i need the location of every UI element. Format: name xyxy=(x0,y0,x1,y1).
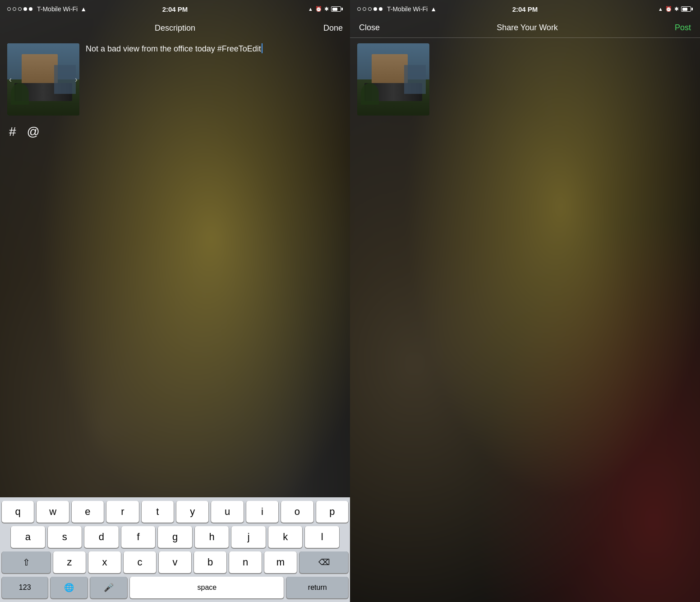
left-thumbnail: ‹ › xyxy=(7,43,79,116)
keyboard-row-1: q w e r t y u i o p xyxy=(0,501,350,523)
left-post-content: ‹ › Not a bad view from the office today… xyxy=(0,38,350,121)
right-carrier-name: T-Mobile Wi-Fi xyxy=(387,5,428,13)
bluetooth-icon: ✱ xyxy=(324,6,329,12)
signal-dots xyxy=(7,7,32,11)
key-b[interactable]: b xyxy=(194,551,226,573)
globe-key[interactable]: 🌐 xyxy=(51,577,88,598)
signal-dot-3 xyxy=(18,7,22,11)
space-key[interactable]: space xyxy=(130,577,284,598)
key-h[interactable]: h xyxy=(195,526,229,548)
key-y[interactable]: y xyxy=(176,501,208,523)
signal-dot-1 xyxy=(7,7,11,11)
key-s[interactable]: s xyxy=(48,526,82,548)
description-text-content: Not a bad view from the office today #Fr… xyxy=(86,44,261,53)
wifi-icon: ▲ xyxy=(80,5,87,13)
right-battery-icon xyxy=(681,6,693,12)
return-key[interactable]: return xyxy=(286,577,348,598)
right-nav-title: Share Your Work xyxy=(497,23,558,32)
right-location-icon: ▲ xyxy=(658,6,663,12)
r-signal-dot-1 xyxy=(357,7,361,11)
key-a[interactable]: a xyxy=(11,526,45,548)
carrier-name: T-Mobile Wi-Fi xyxy=(37,5,78,13)
left-nav: Description Done xyxy=(0,18,350,38)
key-e[interactable]: e xyxy=(72,501,104,523)
hashtag-key[interactable]: # xyxy=(9,125,16,139)
right-status-bar: T-Mobile Wi-Fi ▲ 2:04 PM ▲ ⏰ ✱ xyxy=(350,0,700,18)
key-j[interactable]: j xyxy=(231,526,266,548)
key-w[interactable]: w xyxy=(37,501,69,523)
location-icon: ▲ xyxy=(308,6,313,12)
backspace-key[interactable]: ⌫ xyxy=(299,551,348,573)
key-g[interactable]: g xyxy=(158,526,192,548)
close-button[interactable]: Close xyxy=(359,23,380,32)
thumb-arrow-right[interactable]: › xyxy=(75,75,78,84)
right-thumbnail xyxy=(357,43,429,116)
key-i[interactable]: i xyxy=(246,501,278,523)
post-button[interactable]: Post xyxy=(675,23,691,32)
right-wifi-icon: ▲ xyxy=(430,5,437,13)
key-u[interactable]: u xyxy=(211,501,243,523)
right-signal-dots xyxy=(357,7,382,11)
key-p[interactable]: p xyxy=(316,501,348,523)
keyboard-row-2: a s d f g h j k l xyxy=(0,526,350,548)
mic-key[interactable]: 🎤 xyxy=(90,577,127,598)
key-l[interactable]: l xyxy=(305,526,339,548)
thumb-arrow-left[interactable]: ‹ xyxy=(9,75,12,84)
key-d[interactable]: d xyxy=(84,526,119,548)
status-left: T-Mobile Wi-Fi ▲ xyxy=(7,5,87,13)
left-time: 2:04 PM xyxy=(162,5,188,13)
key-f[interactable]: f xyxy=(121,526,156,548)
left-status-bar: T-Mobile Wi-Fi ▲ 2:04 PM ▲ ⏰ ✱ xyxy=(0,0,350,18)
right-panel: T-Mobile Wi-Fi ▲ 2:04 PM ▲ ⏰ ✱ Close Sha… xyxy=(350,0,700,602)
key-q[interactable]: q xyxy=(2,501,34,523)
key-z[interactable]: z xyxy=(53,551,86,573)
right-status-left: T-Mobile Wi-Fi ▲ xyxy=(357,5,437,13)
keyboard-row-3: ⇧ z x c v b n m ⌫ xyxy=(0,551,350,573)
right-nav: Close Share Your Work Post xyxy=(350,18,700,38)
key-c[interactable]: c xyxy=(124,551,156,573)
text-cursor xyxy=(262,43,262,53)
key-r[interactable]: r xyxy=(106,501,138,523)
nav-title: Description xyxy=(155,23,195,33)
alarm-icon: ⏰ xyxy=(315,6,322,12)
right-status-right: ▲ ⏰ ✱ xyxy=(658,6,693,12)
key-v[interactable]: v xyxy=(159,551,191,573)
right-bluetooth-icon: ✱ xyxy=(674,6,679,12)
key-m[interactable]: m xyxy=(264,551,297,573)
numbers-key[interactable]: 123 xyxy=(2,577,48,598)
key-t[interactable]: t xyxy=(142,501,174,523)
signal-dot-4 xyxy=(23,7,27,11)
key-o[interactable]: o xyxy=(281,501,313,523)
description-textarea[interactable]: Not a bad view from the office today #Fr… xyxy=(86,43,343,116)
shift-key[interactable]: ⇧ xyxy=(2,551,51,573)
signal-dot-5 xyxy=(29,7,32,11)
at-key[interactable]: @ xyxy=(27,125,40,139)
status-right: ▲ ⏰ ✱ xyxy=(308,6,343,12)
right-time: 2:04 PM xyxy=(512,5,538,13)
key-k[interactable]: k xyxy=(268,526,303,548)
right-alarm-icon: ⏰ xyxy=(665,6,672,12)
done-button[interactable]: Done xyxy=(323,23,343,33)
signal-dot-2 xyxy=(13,7,16,11)
key-x[interactable]: x xyxy=(88,551,121,573)
r-signal-dot-2 xyxy=(363,7,366,11)
r-signal-dot-3 xyxy=(368,7,372,11)
symbol-bar: # @ xyxy=(0,121,350,141)
key-n[interactable]: n xyxy=(229,551,262,573)
thumbnail-image xyxy=(7,43,79,116)
r-signal-dot-5 xyxy=(379,7,382,11)
left-panel: T-Mobile Wi-Fi ▲ 2:04 PM ▲ ⏰ ✱ Descripti… xyxy=(0,0,350,602)
r-signal-dot-4 xyxy=(373,7,377,11)
keyboard: q w e r t y u i o p a s d f g h j k l ⇧ … xyxy=(0,497,350,602)
battery-icon xyxy=(331,6,343,12)
keyboard-row-4: 123 🌐 🎤 space return xyxy=(0,577,350,602)
